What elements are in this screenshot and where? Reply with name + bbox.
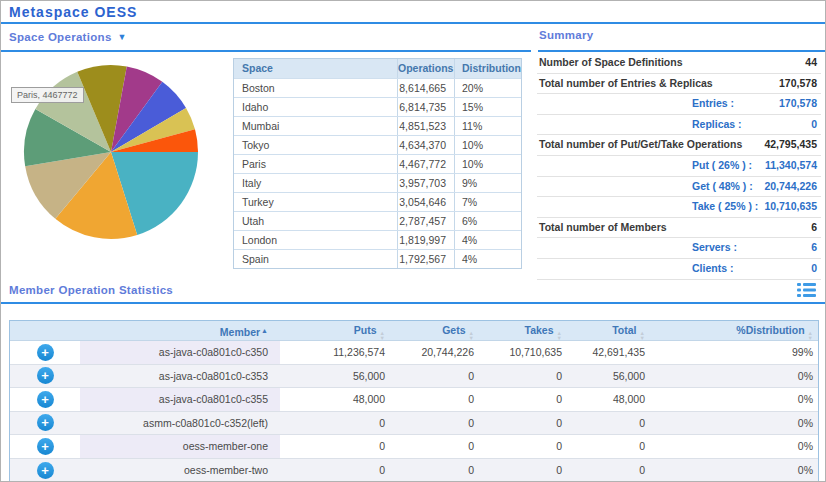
- space-table-row[interactable]: Paris4,467,77210%: [234, 154, 521, 173]
- space-table-row[interactable]: Idaho6,814,73515%: [234, 97, 521, 116]
- space-table-header: Space Operations Distribution: [234, 59, 521, 78]
- member-cell: as-java-c0a801c0-c355: [80, 388, 280, 411]
- expand-row-button[interactable]: +: [37, 344, 54, 361]
- distribution-cell: 0%: [657, 435, 818, 458]
- space-table-row[interactable]: Mumbai4,851,52311%: [234, 116, 521, 135]
- chevron-down-icon[interactable]: ▼: [118, 32, 127, 42]
- summary-label: Number of Space Definitions: [539, 56, 683, 68]
- summary-label: Clients :: [692, 262, 733, 274]
- sort-icon: ▲▼: [808, 331, 813, 340]
- takes-cell: 0: [486, 388, 574, 411]
- takes-cell: 10,710,635: [486, 341, 574, 364]
- member-table-row: +oess-member-one00000%: [10, 435, 818, 459]
- operations-cell: 4,851,523: [397, 117, 454, 135]
- member-table-header: Member▲ Puts▲▼ Gets▲▼ Takes▲▼ Total▲▼ %D…: [10, 321, 818, 341]
- puts-cell: 56,000: [280, 365, 397, 388]
- sort-icon: ▲▼: [640, 331, 645, 340]
- page-title: Metaspace OESS: [9, 4, 137, 20]
- member-cell: oess-member-one: [80, 435, 280, 458]
- summary-value: 170,578: [779, 77, 817, 89]
- distribution-cell: 0%: [657, 388, 818, 411]
- summary-divider: [538, 50, 825, 52]
- space-table-row[interactable]: Utah2,787,4576%: [234, 211, 521, 230]
- gets-cell: 0: [397, 435, 486, 458]
- space-table-row[interactable]: Tokyo4,634,37010%: [234, 135, 521, 154]
- expand-cell: +: [10, 365, 80, 388]
- summary-value: 0: [811, 262, 817, 274]
- member-table-row: +as-java-c0a801c0-c35011,236,57420,744,2…: [10, 341, 818, 365]
- member-stats-divider: [1, 302, 825, 304]
- gets-col-header[interactable]: Gets▲▼: [397, 321, 486, 340]
- summary-row: Servers :6: [537, 238, 821, 259]
- space-cell: Idaho: [234, 98, 397, 116]
- distribution-cell: 11%: [454, 117, 521, 135]
- total-cell: 48,000: [574, 388, 657, 411]
- summary-label: Put ( 26% ) :: [692, 159, 752, 171]
- summary-label: Entries :: [692, 97, 734, 109]
- expand-row-button[interactable]: +: [37, 414, 54, 431]
- takes-col-header[interactable]: Takes▲▼: [486, 321, 574, 340]
- distribution-cell: 6%: [454, 212, 521, 230]
- sort-ascending-icon: ▲: [261, 327, 268, 334]
- member-table-row: +as-java-c0a801c0-c35356,0000056,0000%: [10, 365, 818, 389]
- operations-col-header[interactable]: Operations: [397, 59, 454, 78]
- takes-cell: 0: [486, 365, 574, 388]
- space-table-row[interactable]: London1,819,9974%: [234, 230, 521, 249]
- expand-cell: +: [10, 388, 80, 411]
- space-table-row[interactable]: Spain1,792,5674%: [234, 249, 521, 268]
- total-cell: 56,000: [574, 365, 657, 388]
- title-divider: [1, 22, 825, 24]
- expand-col-header: [10, 321, 80, 340]
- puts-cell: 0: [280, 412, 397, 435]
- operations-cell: 6,814,735: [397, 98, 454, 116]
- summary-row: Total number of Put/Get/Take Operations4…: [537, 135, 821, 156]
- summary-value: 44: [805, 56, 817, 68]
- expand-row-button[interactable]: +: [37, 367, 54, 384]
- space-operations-header[interactable]: Space Operations▼: [9, 31, 127, 43]
- pie-tooltip: Paris, 4467772: [11, 87, 84, 103]
- space-cell: Paris: [234, 155, 397, 173]
- member-stats-title: Member Operation Statistics: [9, 284, 173, 296]
- space-table-row[interactable]: Italy3,957,7039%: [234, 173, 521, 192]
- summary-label: Servers :: [692, 241, 737, 253]
- space-cell: Turkey: [234, 193, 397, 211]
- space-cell: Italy: [234, 174, 397, 192]
- space-table-row[interactable]: Boston8,614,66520%: [234, 78, 521, 97]
- summary-row: Get ( 48% ) :20,744,226: [537, 177, 821, 198]
- puts-col-header[interactable]: Puts▲▼: [280, 321, 397, 340]
- summary-row: Replicas :0: [537, 115, 821, 136]
- expand-row-button[interactable]: +: [37, 462, 54, 479]
- summary-row: Entries :170,578: [537, 94, 821, 115]
- gets-cell: 20,744,226: [397, 341, 486, 364]
- distribution-cell: 99%: [657, 341, 818, 364]
- summary-rows: Number of Space Definitions44Total numbe…: [537, 53, 821, 280]
- distribution-cell: 10%: [454, 136, 521, 154]
- operations-cell: 2,787,457: [397, 212, 454, 230]
- member-col-header[interactable]: Member▲: [80, 321, 280, 340]
- summary-row: Put ( 26% ) :11,340,574: [537, 156, 821, 177]
- expand-row-button[interactable]: +: [37, 438, 54, 455]
- total-col-header[interactable]: Total▲▼: [574, 321, 657, 340]
- summary-value: 6: [811, 241, 817, 253]
- space-col-header[interactable]: Space: [234, 59, 397, 78]
- expand-row-button[interactable]: +: [37, 391, 54, 408]
- member-table-row: +oess-member-two00000%: [10, 459, 818, 482]
- takes-cell: 0: [486, 412, 574, 435]
- distribution-col-header[interactable]: %Distribution▲▼: [657, 321, 818, 340]
- space-table-row[interactable]: Turkey3,054,6467%: [234, 192, 521, 211]
- takes-cell: 0: [486, 435, 574, 458]
- puts-cell: 0: [280, 435, 397, 458]
- distribution-col-header[interactable]: Distribution: [454, 59, 521, 78]
- member-table-body: +as-java-c0a801c0-c35011,236,57420,744,2…: [10, 341, 818, 482]
- distribution-cell: 7%: [454, 193, 521, 211]
- distribution-cell: 4%: [454, 231, 521, 249]
- space-table-body: Boston8,614,66520%Idaho6,814,73515%Mumba…: [234, 78, 521, 268]
- operations-cell: 3,054,646: [397, 193, 454, 211]
- list-view-icon[interactable]: [797, 282, 817, 298]
- gets-cell: 0: [397, 412, 486, 435]
- distribution-cell: 0%: [657, 412, 818, 435]
- puts-cell: 11,236,574: [280, 341, 397, 364]
- puts-cell: 48,000: [280, 388, 397, 411]
- member-table: Member▲ Puts▲▼ Gets▲▼ Takes▲▼ Total▲▼ %D…: [9, 320, 819, 482]
- summary-value: 6: [811, 221, 817, 233]
